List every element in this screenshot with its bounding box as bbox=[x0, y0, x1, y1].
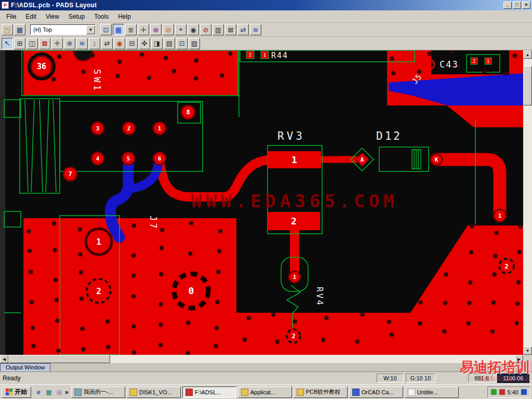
toolbar-grid2-button[interactable]: ⊞ bbox=[14, 38, 25, 49]
toolbar-mirror-button[interactable]: ◨ bbox=[151, 38, 163, 49]
scroll-down-icon[interactable]: ▼ bbox=[523, 347, 532, 355]
eda-watermark: WWW.EDA365.COM bbox=[191, 191, 398, 211]
vscroll-thumb[interactable] bbox=[523, 66, 532, 105]
status-bar: Ready W:10 G:10 10 881.6 1100.06 bbox=[0, 372, 532, 384]
pad-number: 4 bbox=[96, 155, 100, 162]
task-button[interactable]: Untitle... bbox=[405, 387, 459, 398]
silk-label: D12 bbox=[376, 130, 402, 142]
task-button[interactable]: Applicat... bbox=[238, 387, 292, 398]
layer-combo[interactable]: (H) Top ▼ bbox=[30, 24, 96, 35]
toolbar-drc-button[interactable]: ⊘ bbox=[200, 24, 211, 35]
toolbar-select-button[interactable]: ↖ bbox=[2, 38, 13, 49]
tray-antivirus-icon[interactable] bbox=[491, 389, 497, 395]
vertical-scrollbar[interactable]: ▲ ▼ bbox=[523, 50, 532, 355]
toolbar-redraw-button[interactable]: ⊡ bbox=[100, 24, 112, 35]
toolbar-rows-button[interactable]: ▤ bbox=[164, 38, 175, 49]
scroll-right-icon[interactable]: ▶ bbox=[515, 355, 523, 363]
toolbar-serpentine-button[interactable]: ≋ bbox=[76, 38, 88, 49]
toolbar-pad-button[interactable]: ◫ bbox=[26, 38, 38, 49]
scrollbar-corner bbox=[523, 355, 532, 363]
toolbar-mask-button[interactable]: ▧ bbox=[189, 38, 200, 49]
toolbar-add-button[interactable]: ✛ bbox=[51, 38, 63, 49]
toolbar-delete-button[interactable]: ⊠ bbox=[225, 24, 236, 35]
chevron-down-icon[interactable]: ▼ bbox=[86, 25, 95, 34]
media-icon[interactable]: ◎ bbox=[55, 388, 64, 397]
task-button[interactable]: OrCAD Ca... bbox=[349, 387, 403, 398]
via-dot bbox=[82, 70, 86, 74]
toolbar-grid-button[interactable]: ▦ bbox=[113, 24, 124, 35]
pad-number: 2 bbox=[504, 262, 509, 270]
via-dot bbox=[214, 344, 219, 349]
via-dot bbox=[494, 231, 499, 235]
toolbar-frame-button[interactable]: ⊡ bbox=[176, 38, 188, 49]
hscroll-thumb[interactable] bbox=[8, 355, 110, 363]
scroll-left-icon[interactable]: ◀ bbox=[0, 355, 8, 363]
via-dot bbox=[469, 250, 474, 255]
scroll-up-icon[interactable]: ▲ bbox=[523, 50, 532, 59]
close-button[interactable]: × bbox=[522, 2, 530, 9]
task-label: F:\ADSL... bbox=[195, 389, 221, 395]
toolbar-save-button[interactable]: ▦ bbox=[14, 24, 25, 35]
task-button[interactable]: DISK1_VO... bbox=[127, 387, 181, 398]
start-button[interactable]: 开始 bbox=[2, 387, 31, 398]
task-label: DISK1_VO... bbox=[139, 389, 172, 395]
via-dot bbox=[115, 74, 120, 78]
pad-number: 2 bbox=[291, 332, 295, 340]
via-dot bbox=[515, 301, 520, 306]
maximize-button[interactable]: □ bbox=[513, 2, 521, 9]
menu-tools[interactable]: Tools bbox=[89, 11, 113, 22]
toolbar-pour-button[interactable]: ⊙ bbox=[163, 24, 174, 35]
toolbar-zoom-button[interactable]: ⌖ bbox=[175, 24, 187, 35]
quick-launch: e ▦ ◎ » bbox=[33, 388, 70, 397]
via-dot bbox=[78, 270, 83, 275]
toolbar-minus-button[interactable]: ⊟ bbox=[126, 38, 138, 49]
pcb-canvas[interactable]: 36832145671201212AK122121 SW1J7RV3D12RV4… bbox=[0, 50, 523, 355]
tray-volume-icon[interactable] bbox=[499, 389, 505, 395]
task-button[interactable]: 我画的一-... bbox=[71, 387, 125, 398]
via-dot bbox=[360, 312, 365, 317]
toolbar-via-button[interactable]: ⊠ bbox=[39, 38, 50, 49]
quick-launch-more-icon[interactable]: » bbox=[65, 389, 69, 396]
toolbar-ring-button[interactable]: ◉ bbox=[114, 38, 125, 49]
via-dot bbox=[518, 224, 523, 229]
menu-help[interactable]: Help bbox=[113, 11, 136, 22]
toolbar-wave-button[interactable]: ≋ bbox=[250, 24, 261, 35]
via-dot bbox=[78, 252, 83, 257]
toolbar-main: ◳▦ (H) Top ▼ ⊡▦≣✛⊛⊙⌖◉⊘▥⊠⇄≋ bbox=[0, 23, 532, 37]
task-button[interactable]: F:\ADSL... bbox=[182, 387, 236, 398]
status-x-coord: 881.6 bbox=[468, 374, 495, 383]
menu-view[interactable]: View bbox=[41, 11, 64, 22]
toolbar-photoplot-button[interactable]: ⊛ bbox=[150, 24, 162, 35]
toolbar-cross-button[interactable]: ✜ bbox=[139, 38, 150, 49]
toolbar-open-button[interactable]: ◳ bbox=[2, 24, 13, 35]
title-bar: P F:\ADSL.pcb - PADS Layout _ □ × bbox=[0, 0, 532, 10]
horizontal-scrollbar[interactable]: ◀ ▶ bbox=[0, 355, 532, 363]
menu-edit[interactable]: Edit bbox=[21, 11, 41, 22]
via-dot bbox=[418, 300, 423, 305]
output-window-tab[interactable]: Output Window bbox=[0, 363, 50, 371]
toolbar-layers-button[interactable]: ≣ bbox=[125, 24, 137, 35]
toolbar-swap-button[interactable]: ⇄ bbox=[237, 24, 249, 35]
tray-input-icon[interactable] bbox=[521, 389, 527, 395]
menu-setup[interactable]: Setup bbox=[64, 11, 89, 22]
ie-icon[interactable]: e bbox=[34, 388, 43, 397]
via-dot bbox=[503, 71, 508, 76]
via-dot bbox=[482, 69, 487, 74]
toolbar-hatch-button[interactable]: ▥ bbox=[212, 24, 224, 35]
toolbar-board-button[interactable]: ◉ bbox=[188, 24, 199, 35]
menu-file[interactable]: File bbox=[2, 11, 21, 22]
toolbar-flip-h-button[interactable]: ⇄ bbox=[101, 38, 113, 49]
toolbar-flip-v-button[interactable]: ↕ bbox=[89, 38, 100, 49]
minimize-button[interactable]: _ bbox=[503, 2, 512, 9]
via-dot bbox=[490, 329, 495, 334]
desktop-icon[interactable]: ▦ bbox=[44, 388, 54, 397]
toolbar-origin-button[interactable]: ✛ bbox=[138, 24, 149, 35]
toolbar-zoom-in-button[interactable]: ⊕ bbox=[64, 38, 75, 49]
via-dot bbox=[29, 270, 33, 274]
pad-number: 1 bbox=[291, 154, 297, 165]
folder-icon bbox=[297, 389, 304, 396]
task-button[interactable]: PCB软件教程 bbox=[294, 387, 348, 398]
status-y-coord: 1100.06 bbox=[497, 374, 529, 383]
via-dot bbox=[140, 52, 144, 57]
silk-label: R44 bbox=[271, 51, 288, 60]
